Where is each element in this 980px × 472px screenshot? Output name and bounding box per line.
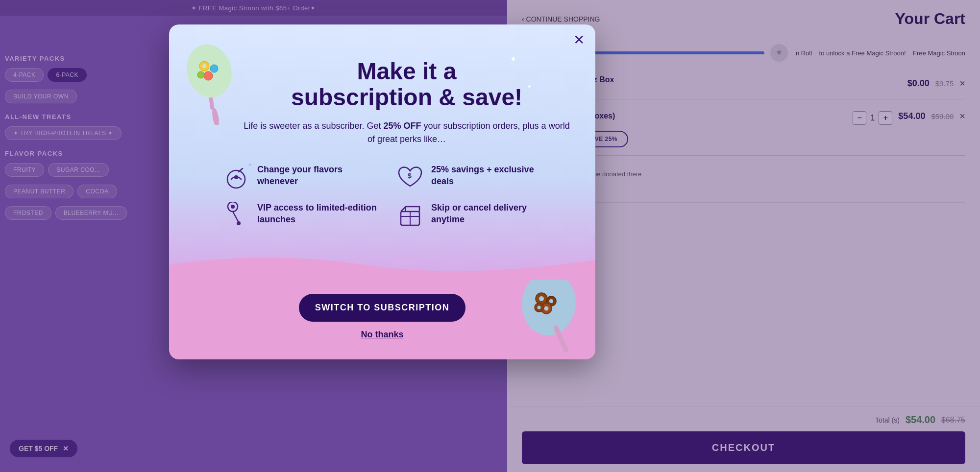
svg-point-1 xyxy=(211,107,220,125)
feature-savings: $ 25% savings + exclusive deals xyxy=(397,164,551,190)
svg-point-24 xyxy=(544,307,549,311)
modal-overlay: ✕ ✦ ✦ ✦ xyxy=(0,0,980,472)
svg-point-14 xyxy=(231,205,235,209)
svg-point-5 xyxy=(210,65,218,72)
svg-point-7 xyxy=(197,71,204,78)
star-decoration-2: ✦ xyxy=(527,83,532,90)
svg-point-3 xyxy=(184,39,238,103)
modal-close-button[interactable]: ✕ xyxy=(573,33,585,47)
wave-divider xyxy=(169,250,595,280)
switch-to-subscription-button[interactable]: SWITCH TO SUBSCRIPTION xyxy=(299,294,466,322)
star-decoration-1: ✦ xyxy=(510,54,517,65)
modal-top-section: ✕ ✦ ✦ ✦ xyxy=(169,24,595,279)
svg-point-23 xyxy=(549,299,553,303)
svg-point-15 xyxy=(237,221,241,225)
modal-headline: Make it a subscription & save! xyxy=(243,54,571,111)
feature-3-text: VIP access to limited-edition launches xyxy=(257,202,377,226)
spoon-hand-icon xyxy=(223,202,249,228)
feature-change-flavors: Change your flavors whenever xyxy=(223,164,377,190)
subscription-modal: ✕ ✦ ✦ ✦ xyxy=(169,24,595,359)
feature-4-text: Skip or cancel delivery anytime xyxy=(431,202,551,226)
svg-point-8 xyxy=(202,64,206,68)
heart-dollar-icon: $ xyxy=(397,164,423,190)
svg-point-25 xyxy=(538,306,541,309)
star-decoration-3: ✦ xyxy=(247,162,252,168)
box-delivery-icon xyxy=(397,202,423,228)
feature-skip-cancel: Skip or cancel delivery anytime xyxy=(397,202,551,228)
spoon-cereal-top xyxy=(184,32,247,127)
features-grid: Change your flavors whenever $ 25% savin… xyxy=(194,164,571,228)
svg-point-6 xyxy=(204,71,213,80)
svg-point-22 xyxy=(539,296,544,301)
svg-point-10 xyxy=(234,175,238,179)
modal-subtext: Life is sweeter as a subscriber. Get 25%… xyxy=(243,119,571,146)
modal-bottom-section: SWITCH TO SUBSCRIPTION No thanks xyxy=(169,279,595,359)
feature-2-text: 25% savings + exclusive deals xyxy=(431,164,551,188)
svg-text:$: $ xyxy=(408,172,412,180)
feature-1-text: Change your flavors whenever xyxy=(257,164,377,188)
feature-vip: VIP access to limited-edition launches xyxy=(223,202,377,228)
bowl-spoon-icon xyxy=(223,164,249,190)
